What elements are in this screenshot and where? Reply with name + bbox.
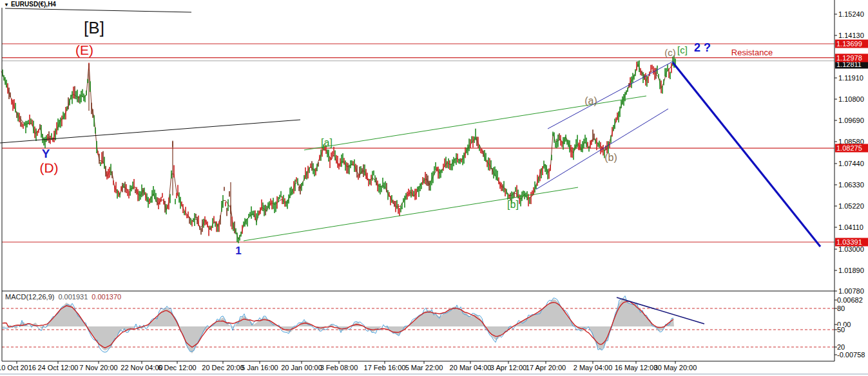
title-underline[interactable] [5,8,191,12]
date-label: 20 Dec 20:00 [202,364,244,371]
price-badge: 1.08275 [835,144,868,153]
date-label: 10 Oct 2016 [0,364,36,371]
macd-signal-value: 0.001370 [92,293,121,301]
indicator-tick-label: 80 [837,305,845,312]
wave-label[interactable]: [a] [321,138,333,148]
indicator-tick-label: 20 [837,343,845,351]
date-label: 3 Apr 12:00 [490,364,526,371]
blue-channel-lower[interactable] [536,109,668,189]
black-trendline[interactable] [0,120,300,143]
price-tick-label: 1.10800 [838,95,864,103]
wave-label[interactable]: (E) [75,43,93,57]
date-label: 7 Nov 20:00 [79,364,117,371]
date-label: 5 Mar 22:00 [405,364,443,371]
chart-title: ▼EURUSD(€),H4 [4,1,56,8]
price-tick-label: 1.14130 [838,32,864,39]
wave-label[interactable]: [b] [507,200,519,210]
price-tick-label: 1.06330 [838,181,864,189]
price-badge: 1.03391 [835,238,868,247]
blue-channel-upper[interactable] [548,61,673,129]
date-label: 5 Jan 16:00 [241,364,278,371]
indicator-tick-label: 50 [837,326,845,334]
wave-label[interactable]: (c) [664,48,676,57]
date-label: 6 Dec 12:00 [158,364,196,371]
symbol-timeframe-label: EURUSD(€),H4 [11,1,56,8]
date-label: 20 Jan 00:00 [281,364,322,371]
price-tick-label: 1.03000 [838,245,864,253]
price-tick-label: 1.15240 [838,10,864,18]
price-tick-label: 1.01890 [838,267,864,274]
wave-label[interactable]: [c] [677,45,688,55]
date-label: 17 Apr 20:00 [526,364,566,371]
price-badge: 1.13699 [835,40,868,48]
mt4-chart-window: ▼EURUSD(€),H4 MACD(12,26,9)0.0019310.001… [0,0,868,376]
indicator-tick-label: 0.00682 [837,296,863,304]
date-label: 2 May 04:00 [574,364,613,371]
price-tick-label: 1.11910 [838,74,863,82]
wave-label[interactable]: [B] [84,19,104,36]
date-label: 3 Feb 08:00 [320,364,358,371]
macd-indicator-label: MACD(12,26,9)0.0019310.001370 [5,293,121,301]
indicator-tick-label: -0.00758 [837,351,865,359]
macd-main-value: 0.001931 [58,293,88,301]
wave-label[interactable]: (b) [604,153,617,163]
price-tick-label: 1.05220 [838,202,864,210]
wave-label[interactable]: 2 ? [694,42,711,53]
date-label: 22 Nov 04:00 [121,364,162,371]
wave-label[interactable]: Y [42,147,50,160]
date-label: 20 Mar 04:00 [450,364,492,371]
price-tick-label: 1.07440 [838,160,864,167]
price-tick-label: 1.04110 [838,223,863,231]
wave-label[interactable]: Resistance [731,48,773,57]
wave-label[interactable]: (a) [584,96,597,106]
price-tick-label: 1.09690 [838,117,864,124]
price-badge: 1.12978 [835,54,868,62]
date-label: 30 May 20:00 [654,364,697,371]
macd-name: MACD(12,26,9) [5,293,54,301]
date-label: 17 Feb 16:00 [364,364,406,371]
wave-label[interactable]: 1 [235,245,241,256]
date-label: 16 May 12:00 [615,364,658,371]
projection-down[interactable] [673,62,820,247]
wave-label[interactable]: (D) [39,161,58,174]
chart-dropdown-icon[interactable]: ▼ [4,2,9,8]
date-label: 24 Oct 12:00 [38,364,79,371]
price-tick-label: 1.00780 [838,287,864,295]
